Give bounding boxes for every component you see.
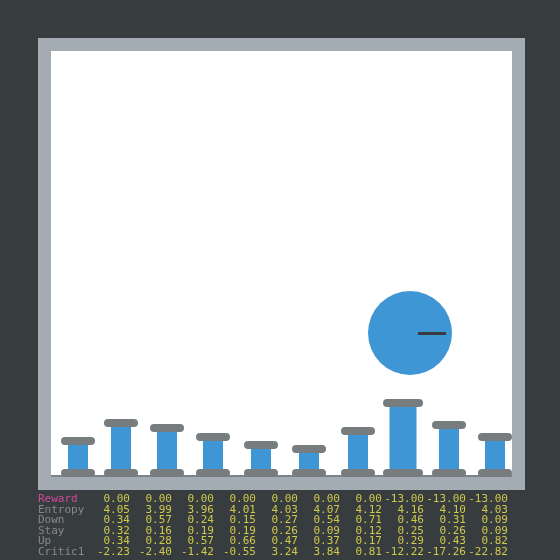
metrics-cell: -2.23: [88, 547, 130, 558]
pillar-7: [383, 399, 423, 477]
pillar-cap-top: [244, 441, 278, 449]
env-canvas: [51, 51, 512, 477]
pillar-5: [292, 445, 326, 477]
pillar-2: [150, 424, 184, 477]
metrics-cell: 3.84: [298, 547, 340, 558]
pillar-shaft: [157, 427, 177, 474]
pillar-0: [61, 437, 95, 477]
pillar-cap-bot: [341, 469, 375, 477]
metrics-cell: -22.82: [466, 547, 508, 558]
pillar-cap-top: [61, 437, 95, 445]
pillar-shaft: [111, 422, 131, 474]
pillar-4: [244, 441, 278, 477]
agent-ball: [368, 291, 452, 375]
pillar-shaft: [390, 402, 417, 474]
pillar-cap-top: [150, 424, 184, 432]
metrics-table: Reward0.000.000.000.000.000.000.00-13.00…: [38, 494, 528, 557]
metrics-cell: -0.55: [214, 547, 256, 558]
pillar-cap-bot: [292, 469, 326, 477]
pillar-cap-top: [478, 433, 512, 441]
pillar-cap-top: [383, 399, 423, 407]
pillar-cap-bot: [432, 469, 466, 477]
pillar-shaft: [348, 430, 368, 474]
pillar-cap-top: [292, 445, 326, 453]
metrics-row: Critic1-2.23-2.40-1.42-0.553.243.840.81-…: [38, 547, 528, 558]
env-frame: [38, 38, 525, 490]
pillar-cap-top: [196, 433, 230, 441]
pillar-cap-bot: [383, 469, 423, 477]
pillar-shaft: [439, 424, 459, 474]
pillar-cap-bot: [478, 469, 512, 477]
metrics-cell: -2.40: [130, 547, 172, 558]
metrics-label: Critic1: [38, 547, 88, 558]
pillar-8: [432, 421, 466, 477]
pillar-cap-bot: [196, 469, 230, 477]
pillar-cap-top: [104, 419, 138, 427]
pillar-cap-top: [341, 427, 375, 435]
viewport: Reward0.000.000.000.000.000.000.00-13.00…: [0, 0, 560, 560]
metrics-cell: 3.24: [256, 547, 298, 558]
pillar-cap-bot: [104, 469, 138, 477]
agent-eye: [418, 332, 446, 335]
metrics-cell: -12.22: [382, 547, 424, 558]
metrics-cell: -1.42: [172, 547, 214, 558]
pillar-6: [341, 427, 375, 477]
pillar-cap-bot: [61, 469, 95, 477]
pillar-cap-bot: [150, 469, 184, 477]
pillar-cap-bot: [244, 469, 278, 477]
pillar-1: [104, 419, 138, 477]
pillar-cap-top: [432, 421, 466, 429]
pillar-3: [196, 433, 230, 477]
pillar-9: [478, 433, 512, 477]
metrics-cell: -17.26: [424, 547, 466, 558]
metrics-cell: 0.81: [340, 547, 382, 558]
